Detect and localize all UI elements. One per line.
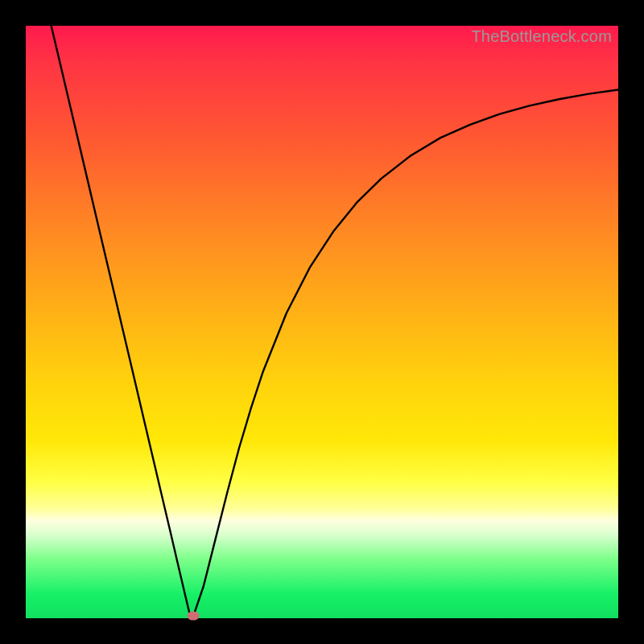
watermark-label: TheBottleneck.com [471, 27, 612, 46]
min-marker [188, 612, 200, 621]
bottleneck-curve-path [52, 26, 618, 616]
chart-frame: TheBottleneck.com [0, 0, 644, 644]
plot-area: TheBottleneck.com [26, 26, 618, 618]
curve-svg [26, 26, 618, 618]
